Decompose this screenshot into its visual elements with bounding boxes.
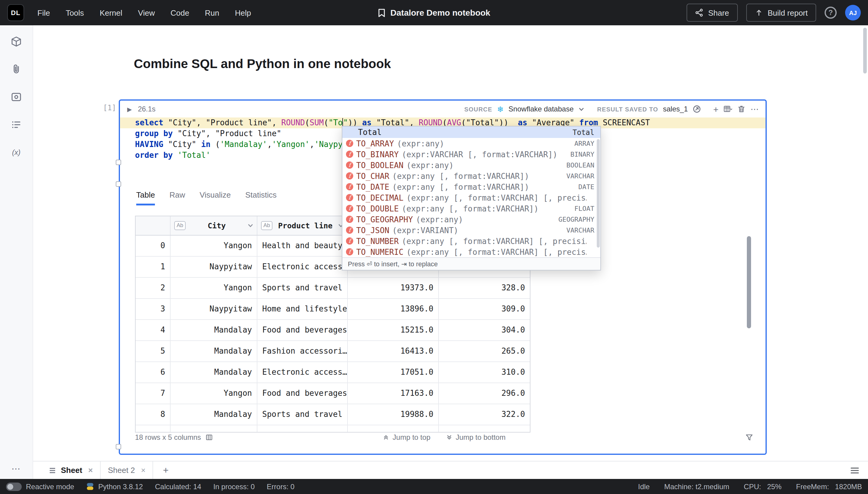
datalore-app: DL FileToolsKernelViewCodeRunHelp Datalo… xyxy=(0,0,868,494)
table-footer: 18 rows x 5 columns Jump to top Jump to … xyxy=(135,430,754,445)
function-icon: f xyxy=(346,216,353,223)
autocomplete-item[interactable]: fTO_GEOGRAPHY(expr:any)GEOGRAPHY xyxy=(343,214,601,225)
environment-icon[interactable] xyxy=(10,35,23,48)
menu-code[interactable]: Code xyxy=(171,8,189,17)
tab-visualize[interactable]: Visualize xyxy=(200,190,231,205)
kernel-version[interactable]: Python 3.8.12 xyxy=(98,482,143,491)
build-report-button[interactable]: Build report xyxy=(746,4,816,22)
outline-icon[interactable] xyxy=(10,118,23,131)
table-row: 6MandalayElectronic access…17051.0310.0 xyxy=(136,362,530,383)
table-row: 5MandalayFashion accessori…16413.0265.0 xyxy=(136,341,530,362)
autocomplete-item[interactable]: fTO_NUMBER(expr:any [, format:VARCHAR] [… xyxy=(343,235,601,246)
datalore-logo[interactable]: DL xyxy=(7,4,24,21)
function-icon: f xyxy=(346,183,353,190)
attachments-icon[interactable] xyxy=(10,63,23,76)
tab-table[interactable]: Table xyxy=(136,190,155,205)
cell-handle[interactable] xyxy=(116,444,121,450)
share-button[interactable]: Share xyxy=(687,4,738,22)
cell-index: [1] xyxy=(103,103,116,112)
cell-toolbar: ▶ 26.1s SOURCE ❄ Snowflake database RESU… xyxy=(120,102,765,116)
menu-run[interactable]: Run xyxy=(205,8,219,17)
jump-to-bottom-button[interactable]: Jump to bottom xyxy=(446,433,505,442)
errors-count: Errors: 0 xyxy=(267,482,294,491)
menu-tools[interactable]: Tools xyxy=(66,8,84,17)
cell-menu-icon[interactable]: ⋯ xyxy=(751,104,759,114)
tab-raw[interactable]: Raw xyxy=(169,190,185,205)
autocomplete-selected-label: Total xyxy=(358,128,382,137)
sheet-tabs: Sheet×Sheet 2× xyxy=(42,461,153,479)
autocomplete-item[interactable]: fTO_DOUBLE(expr:any [, format:VARCHAR])F… xyxy=(343,203,601,214)
table-scrollbar[interactable] xyxy=(747,236,751,328)
help-button[interactable]: ? xyxy=(825,7,837,19)
sidebar: (x) ⋯ xyxy=(0,25,33,479)
function-icon: f xyxy=(346,172,353,179)
autocomplete-item-selected[interactable]: Total Total xyxy=(343,127,601,138)
sheet-menu-icon[interactable] xyxy=(49,467,56,474)
autocomplete-item[interactable]: fTO_CHAR(expr:any [, format:VARCHAR])VAR… xyxy=(343,170,601,181)
cpu-label: CPU: xyxy=(744,482,761,491)
table-options-icon[interactable] xyxy=(723,105,732,113)
topbar: DL FileToolsKernelViewCodeRunHelp Datalo… xyxy=(0,0,868,25)
function-icon: f xyxy=(346,140,353,147)
integrations-icon[interactable] xyxy=(10,90,23,103)
reactive-mode-label: Reactive mode xyxy=(26,482,74,491)
menu-kernel[interactable]: Kernel xyxy=(100,8,122,17)
sheet-list-icon[interactable] xyxy=(850,466,860,474)
menu-help[interactable]: Help xyxy=(235,8,251,17)
close-sheet-icon[interactable]: × xyxy=(88,466,93,475)
sheet-tab-sheet-2[interactable]: Sheet 2× xyxy=(101,461,153,479)
column-header-product-line[interactable]: AbProduct line xyxy=(257,216,348,235)
result-tabs: TableRawVisualizeStatistics xyxy=(136,190,277,205)
autocomplete-scrollbar[interactable] xyxy=(597,139,600,248)
cpu-value: 25% xyxy=(767,482,781,491)
notebook-area: Combine SQL and Python in one notebook [… xyxy=(33,25,868,461)
main-scrollbar[interactable] xyxy=(863,28,867,74)
tab-statistics[interactable]: Statistics xyxy=(245,190,277,205)
python-icon xyxy=(86,482,94,490)
machine-type[interactable]: Machine: t2.medium xyxy=(664,482,730,491)
share-label: Share xyxy=(708,8,729,17)
autocomplete-item[interactable]: fTO_DECIMAL(expr:any [, format:VARCHAR] … xyxy=(343,192,601,203)
source-label: SOURCE xyxy=(464,106,493,112)
autocomplete-item[interactable]: fTO_DATE(expr:any [, format:VARCHAR])DAT… xyxy=(343,181,601,192)
menu-file[interactable]: File xyxy=(37,8,50,17)
autocomplete-hint: Press ⏎ to insert, ⇥ to replace xyxy=(343,257,601,270)
add-cell-icon[interactable]: + xyxy=(713,104,719,114)
source-selector[interactable]: Snowflake database xyxy=(509,105,574,113)
chevron-down-icon[interactable] xyxy=(248,224,253,228)
result-saved-label: RESULT SAVED TO xyxy=(597,106,658,112)
result-link-icon[interactable] xyxy=(692,105,701,113)
autocomplete-item[interactable]: fTO_BOOLEAN(expr:any)BOOLEAN xyxy=(343,160,601,170)
cell-handle[interactable] xyxy=(116,160,121,165)
delete-cell-icon[interactable] xyxy=(737,105,746,113)
column-header-city[interactable]: AbCity xyxy=(171,216,257,235)
variables-icon[interactable]: (x) xyxy=(10,146,23,159)
chevron-down-icon[interactable] xyxy=(578,107,584,111)
jump-to-top-button[interactable]: Jump to top xyxy=(383,433,430,442)
calculated-count: Calculated: 14 xyxy=(155,482,201,491)
notebook-title: Datalore Demo notebook xyxy=(390,8,490,17)
notebook-title-wrap: Datalore Demo notebook xyxy=(377,8,490,17)
autocomplete-item[interactable]: fTO_JSON(expr:VARIANT)VARCHAR xyxy=(343,225,601,235)
table-row: 2YangonSports and travel19373.0328.0 xyxy=(136,278,530,299)
sidebar-more-icon[interactable]: ⋯ xyxy=(0,463,33,474)
menu-view[interactable]: View xyxy=(138,8,155,17)
kernel-status: Idle xyxy=(638,482,650,491)
columns-icon[interactable] xyxy=(206,434,213,441)
add-sheet-button[interactable]: + xyxy=(163,466,169,475)
autocomplete-item[interactable]: fTO_NUMERIC(expr:any [, format:VARCHAR] … xyxy=(343,246,601,257)
run-cell-button[interactable]: ▶ xyxy=(127,106,132,112)
autocomplete-item[interactable]: fTO_BINARY(expr:VARCHAR [, format:VARCHA… xyxy=(343,149,601,160)
function-icon: f xyxy=(346,162,353,169)
reactive-mode-toggle[interactable] xyxy=(6,482,22,491)
statusbar: Reactive mode Python 3.8.12 Calculated: … xyxy=(0,479,868,494)
freemem-value: 1820MB xyxy=(835,482,862,491)
filter-icon[interactable] xyxy=(745,433,754,442)
sheet-tab-sheet[interactable]: Sheet× xyxy=(42,461,101,479)
close-sheet-icon[interactable]: × xyxy=(141,466,146,475)
build-report-icon xyxy=(754,8,763,17)
avatar[interactable]: AJ xyxy=(845,5,861,20)
autocomplete-item[interactable]: fTO_ARRAY(expr:any)ARRAY xyxy=(343,138,601,149)
cell-handle[interactable] xyxy=(116,181,121,187)
result-table-name[interactable]: sales_1 xyxy=(663,105,688,113)
